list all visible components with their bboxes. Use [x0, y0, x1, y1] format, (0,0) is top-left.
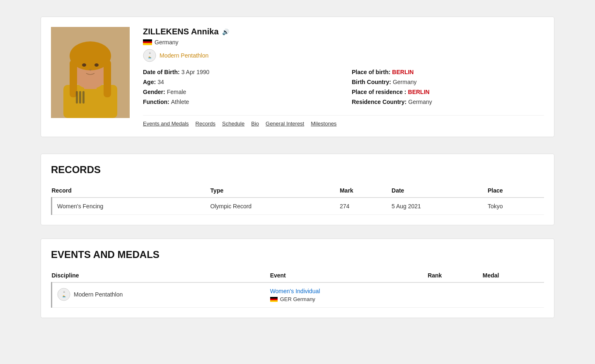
- events-header-row: Discipline Event Rank Medal: [52, 269, 544, 282]
- birth-country-value: Germany: [393, 79, 417, 85]
- gender-value: Female: [167, 89, 186, 95]
- nav-link-general-interest[interactable]: General Interest: [266, 121, 304, 127]
- svg-rect-10: [79, 91, 81, 104]
- pob-value: BERLIN: [392, 69, 414, 75]
- res-country-label: Residence Country:: [352, 99, 406, 105]
- profile-info: ZILLEKENS Annika 🔊 Germany ⚔ 🏊 Modern: [143, 27, 544, 127]
- dob-field: Date of Birth: 3 Apr 1990: [143, 69, 335, 75]
- svg-point-8: [94, 63, 99, 67]
- event-cell: Women's Individual GER Germany: [270, 282, 428, 308]
- table-row: ⚔ 🏊 Modern Pentathlon Women's Individual…: [52, 282, 544, 308]
- nav-link-milestones[interactable]: Milestones: [311, 121, 336, 127]
- discipline-icon: ⚔ 🏊: [57, 288, 70, 301]
- athlete-photo: [51, 27, 130, 118]
- col-record: Record: [52, 184, 210, 198]
- medal-cell: [483, 282, 544, 308]
- res-country-value: Germany: [408, 99, 432, 105]
- svg-point-12: [143, 49, 156, 62]
- col-event: Event: [270, 269, 428, 282]
- function-value: Athlete: [171, 99, 189, 105]
- age-label: Age:: [143, 79, 156, 85]
- records-title: RECORDS: [51, 164, 544, 176]
- country-row: Germany: [143, 39, 544, 46]
- nav-link-events-and-medals[interactable]: Events and Medals: [143, 121, 189, 127]
- germany-flag: [143, 39, 152, 45]
- res-country-field: Residence Country: Germany: [352, 99, 544, 105]
- residence-label: Place of residence :: [352, 89, 406, 95]
- svg-text:🏊: 🏊: [63, 294, 66, 298]
- svg-point-7: [82, 63, 86, 67]
- nav-link-bio[interactable]: Bio: [251, 121, 259, 127]
- residence-field: Place of residence : BERLIN: [352, 89, 544, 95]
- discipline-cell: ⚔ 🏊 Modern Pentathlon: [52, 282, 270, 308]
- pob-field: Place of birth: BERLIN: [352, 69, 544, 75]
- svg-text:🏊: 🏊: [148, 55, 152, 59]
- sport-icon: ⚔ 🏊: [143, 49, 156, 62]
- pob-label: Place of birth:: [352, 69, 390, 75]
- events-section: EVENTS AND MEDALS Discipline Event Rank …: [41, 239, 554, 318]
- table-row: Women's Fencing Olympic Record 274 5 Aug…: [52, 198, 544, 215]
- residence-value: BERLIN: [408, 89, 430, 95]
- event-team-row: GER Germany: [270, 296, 423, 302]
- athlete-name: ZILLEKENS Annika 🔊: [143, 27, 544, 36]
- gender-label: Gender:: [143, 89, 165, 95]
- events-table: Discipline Event Rank Medal ⚔ 🏊 Modern P…: [51, 269, 544, 308]
- nav-link-schedule[interactable]: Schedule: [222, 121, 244, 127]
- profile-card: ZILLEKENS Annika 🔊 Germany ⚔ 🏊 Modern: [41, 17, 554, 137]
- record-mark: 274: [340, 198, 392, 215]
- col-discipline: Discipline: [52, 269, 270, 282]
- record-place: Tokyo: [488, 198, 544, 215]
- sound-icon[interactable]: 🔊: [222, 29, 229, 35]
- birth-country-label: Birth Country:: [352, 79, 391, 85]
- col-type: Type: [210, 184, 340, 198]
- col-mark: Mark: [340, 184, 392, 198]
- profile-nav: Events and MedalsRecordsScheduleBioGener…: [143, 115, 544, 127]
- sport-name: Modern Pentathlon: [160, 52, 208, 59]
- records-table: Record Type Mark Date Place Women's Fenc…: [51, 184, 544, 215]
- svg-rect-9: [76, 91, 78, 104]
- rank-cell: [428, 282, 483, 308]
- nav-link-records[interactable]: Records: [196, 121, 215, 127]
- records-header-row: Record Type Mark Date Place: [52, 184, 544, 198]
- team-name: GER Germany: [280, 296, 315, 302]
- record-type: Olympic Record: [210, 198, 340, 215]
- events-title: EVENTS AND MEDALS: [51, 249, 544, 260]
- bio-grid: Date of Birth: 3 Apr 1990 Place of birth…: [143, 69, 544, 105]
- function-field: Function: Athlete: [143, 99, 335, 105]
- country-name: Germany: [155, 39, 179, 46]
- col-medal: Medal: [483, 269, 544, 282]
- col-place: Place: [488, 184, 544, 198]
- age-field: Age: 34: [143, 79, 335, 85]
- svg-rect-11: [82, 91, 85, 104]
- svg-point-15: [58, 288, 70, 301]
- record-name: Women's Fencing: [52, 198, 210, 215]
- svg-text:⚔: ⚔: [149, 52, 151, 54]
- age-value: 34: [157, 79, 164, 85]
- gender-field: Gender: Female: [143, 89, 335, 95]
- birth-country-field: Birth Country: Germany: [352, 79, 544, 85]
- col-date: Date: [392, 184, 488, 198]
- team-flag: [270, 297, 278, 302]
- discipline-name: Modern Pentathlon: [74, 291, 123, 298]
- event-link[interactable]: Women's Individual: [270, 288, 320, 294]
- sport-row: ⚔ 🏊 Modern Pentathlon: [143, 49, 544, 62]
- dob-label: Date of Birth:: [143, 69, 180, 75]
- dob-value: 3 Apr 1990: [181, 69, 210, 75]
- function-label: Function:: [143, 99, 169, 105]
- record-date: 5 Aug 2021: [392, 198, 488, 215]
- svg-text:⚔: ⚔: [63, 291, 65, 293]
- svg-rect-6: [104, 60, 111, 97]
- records-section: RECORDS Record Type Mark Date Place Wome…: [41, 154, 554, 225]
- col-rank: Rank: [428, 269, 483, 282]
